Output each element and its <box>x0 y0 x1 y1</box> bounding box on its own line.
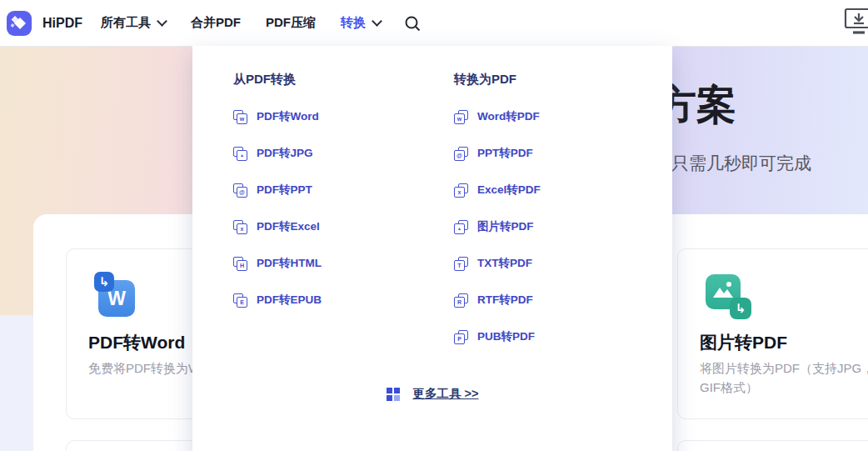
menu-item-pdf-to-ppt[interactable]: @PDF转PPT <box>233 179 322 201</box>
nav-item-label: PDF压缩 <box>266 15 316 31</box>
pdf-to-html-icon: H <box>233 257 247 271</box>
nav-item-label: 转换 <box>341 15 366 31</box>
nav-item-label: 合并PDF <box>191 15 241 31</box>
pdf-to-word-app-icon: W ↳ <box>94 272 142 318</box>
convert-column-1: 从PDF转换wPDF转Word▲PDF转JPG@PDF转PPTxPDF转Exce… <box>233 72 322 326</box>
hipdf-logo[interactable] <box>7 11 32 36</box>
menu-item-pdf-to-html[interactable]: HPDF转HTML <box>233 253 322 274</box>
menu-item-txt-to-pdf[interactable]: TTXT转PDF <box>454 253 541 274</box>
menu-item-label: PUB转PDF <box>477 329 535 344</box>
column-header: 从PDF转换 <box>233 72 322 88</box>
chevron-down-icon <box>157 16 167 27</box>
menu-item-image-to-pdf[interactable]: ▲图片转PDF <box>454 216 541 238</box>
image-to-pdf-card[interactable]: ↳ 图片转PDF 将图片转换为PDF（支持JPG，PNG，BMP和GIF格式） <box>677 248 868 419</box>
menu-item-label: PDF转JPG <box>257 146 313 161</box>
pdf-to-epub-icon: E <box>233 293 247 308</box>
pdf-to-excel-icon: x <box>233 220 247 234</box>
menu-item-label: RTF转PDF <box>477 293 533 308</box>
menu-item-ppt-to-pdf[interactable]: @PPT转PDF <box>454 143 541 164</box>
nav-item-merge-pdf[interactable]: 合并PDF <box>191 15 241 31</box>
excel-to-pdf-icon: x <box>454 183 468 198</box>
pdf-to-jpg-icon: ▲ <box>233 147 247 161</box>
menu-item-label: Word转PDF <box>477 109 540 124</box>
nav-item-convert[interactable]: 转换 <box>341 15 381 31</box>
nav-item-label: 所有工具 <box>101 15 151 31</box>
menu-item-rtf-to-pdf[interactable]: RRTF转PDF <box>454 289 541 311</box>
convert-dropdown-panel: 从PDF转换wPDF转Word▲PDF转JPG@PDF转PPTxPDF转Exce… <box>192 46 672 451</box>
convert-arrow-icon: ↳ <box>94 272 114 292</box>
menu-item-word-to-pdf[interactable]: wWord转PDF <box>454 106 541 128</box>
brand-name[interactable]: HiPDF <box>42 16 82 31</box>
nav-item-all-tools[interactable]: 所有工具 <box>101 15 166 31</box>
image-to-pdf-icon: ▲ <box>454 220 468 234</box>
desktop-download-icon <box>843 7 868 37</box>
pdf-to-word-icon: w <box>233 110 247 124</box>
card-title: PDF转Word <box>88 331 185 354</box>
pdf-to-ppt-icon: @ <box>233 183 247 198</box>
menu-item-pdf-to-word[interactable]: wPDF转Word <box>233 106 322 128</box>
txt-to-pdf-icon: T <box>454 257 468 271</box>
more-tools-link[interactable]: 更多工具 >> <box>192 386 672 402</box>
search-icon <box>404 15 421 32</box>
menu-item-label: PDF转EPUB <box>257 293 322 308</box>
pub-to-pdf-icon: P <box>454 330 468 344</box>
convert-column-2: 转换为PDFwWord转PDF@PPT转PDFxExcel转PDF▲图片转PDF… <box>454 72 541 363</box>
menu-item-pdf-to-excel[interactable]: xPDF转Excel <box>233 216 322 238</box>
ppt-to-pdf-icon: @ <box>454 147 468 161</box>
menu-item-label: Excel转PDF <box>477 183 541 198</box>
menu-item-pdf-to-jpg[interactable]: ▲PDF转JPG <box>233 143 322 164</box>
nav-item-compress-pdf[interactable]: PDF压缩 <box>266 15 316 31</box>
menu-item-label: PDF转PPT <box>257 183 312 198</box>
top-navbar: HiPDF 所有工具合并PDFPDF压缩转换 <box>0 0 868 47</box>
menu-item-pub-to-pdf[interactable]: PPUB转PDF <box>454 326 541 348</box>
nav-menu: 所有工具合并PDFPDF压缩转换 <box>82 15 381 31</box>
menu-item-pdf-to-epub[interactable]: EPDF转EPUB <box>233 289 322 311</box>
image-to-pdf-app-icon: ↳ <box>706 274 754 321</box>
menu-item-label: PDF转Word <box>257 109 319 124</box>
column-header: 转换为PDF <box>454 72 541 88</box>
menu-item-label: TXT转PDF <box>477 256 532 271</box>
menu-item-label: PDF转Excel <box>257 219 320 234</box>
word-to-pdf-icon: w <box>454 110 468 124</box>
search-button[interactable] <box>404 15 421 32</box>
grid-icon <box>387 388 400 401</box>
menu-item-label: PDF转HTML <box>257 256 322 271</box>
menu-item-label: PPT转PDF <box>477 146 533 161</box>
more-tools-label: 更多工具 >> <box>413 386 479 402</box>
card-title: 图片转PDF <box>700 331 787 354</box>
card-description: 将图片转换为PDF（支持JPG，PNG，BMP和GIF格式） <box>700 359 868 397</box>
tool-card-partial <box>677 440 868 451</box>
rtf-to-pdf-icon: R <box>454 293 468 308</box>
download-app-button[interactable] <box>843 7 868 40</box>
menu-item-label: 图片转PDF <box>477 219 534 234</box>
chevron-down-icon <box>372 16 382 27</box>
hero-subheading: 只需几秒即可完成 <box>671 152 811 175</box>
menu-item-excel-to-pdf[interactable]: xExcel转PDF <box>454 179 541 201</box>
convert-arrow-icon: ↳ <box>730 298 751 319</box>
